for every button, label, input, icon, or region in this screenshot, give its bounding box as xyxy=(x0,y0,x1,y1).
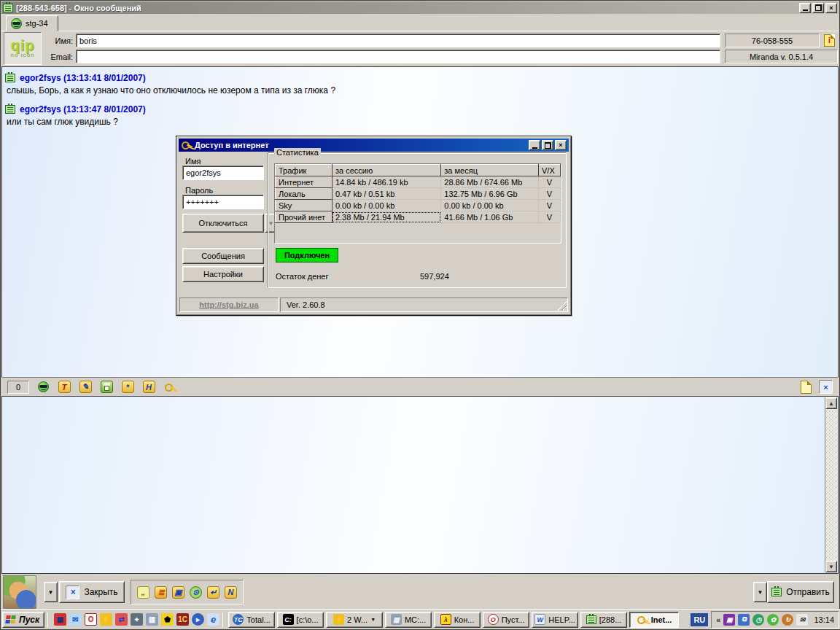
quicklaunch-mail-icon[interactable]: ✉ xyxy=(69,613,82,626)
quicklaunch-1c-icon[interactable]: 1С xyxy=(176,613,189,626)
history-button[interactable]: H xyxy=(141,380,156,394)
password-label: Пароль xyxy=(185,186,213,195)
session-value: 0.47 kb / 0.51 kb xyxy=(332,188,440,200)
special-chars-button[interactable]: * xyxy=(120,380,135,394)
taskbar-button-inet[interactable]: Inet... xyxy=(629,612,679,628)
message-text: или ты сам глюк увидишь ? xyxy=(5,116,835,131)
quicklaunch-ie-icon[interactable]: e xyxy=(207,613,219,626)
taskbar-button-total[interactable]: TC Total... xyxy=(228,612,275,628)
restore-button[interactable] xyxy=(812,3,824,13)
tray-update-icon[interactable]: ↻ xyxy=(782,614,793,626)
quicklaunch-telescope-icon[interactable]: ⌖ xyxy=(131,613,143,626)
send-icon xyxy=(771,588,782,596)
scrollbar[interactable]: ▲ ▼ xyxy=(825,397,837,572)
taskbar-button-mc[interactable]: ▥ MC:... xyxy=(385,612,432,628)
tray-network-icon[interactable]: ⧉ xyxy=(738,614,750,626)
quicklaunch-opera-icon[interactable]: O xyxy=(85,613,97,626)
vx-toggle[interactable]: V xyxy=(539,211,561,223)
settings-button[interactable]: Настройки xyxy=(182,266,264,282)
info-icon[interactable]: i xyxy=(824,34,835,47)
font-icon: T xyxy=(58,381,71,393)
qip-logo: qip xyxy=(11,39,35,52)
taskbar-button-winamp-group[interactable]: ⚡ 2 W... ▼ xyxy=(326,612,383,628)
login-label: Имя xyxy=(185,157,201,166)
notes-icon[interactable]: N xyxy=(225,586,237,599)
language-indicator[interactable]: RU xyxy=(691,613,708,626)
name-field[interactable] xyxy=(76,34,720,47)
insert-icon[interactable]: ▣ xyxy=(172,586,184,599)
traffic-table: Трафик за сессию за месяц V/X Интернет 1… xyxy=(275,164,561,223)
taskbar-button-messages[interactable]: [288... xyxy=(580,612,627,628)
taskbar-button-cmd[interactable]: C: [c:\o... xyxy=(277,612,324,628)
disconnect-button[interactable]: Отключиться xyxy=(182,214,264,233)
quote-icon[interactable]: „ xyxy=(137,586,149,599)
return-icon[interactable]: ↵ xyxy=(207,586,219,599)
quicklaunch-remote-icon[interactable]: ▥ xyxy=(146,613,158,626)
scroll-up-button[interactable]: ▲ xyxy=(825,397,837,409)
internet-access-dialog: Доступ в интернет × Имя Пароль Отключить… xyxy=(176,136,572,316)
col-header-traffic[interactable]: Трафик xyxy=(276,165,332,176)
col-header-month[interactable]: за месяц xyxy=(441,165,539,176)
tray-chevron-icon[interactable]: « xyxy=(716,615,720,624)
message-input[interactable]: ▲ ▼ xyxy=(1,396,839,574)
col-header-session[interactable]: за сессию xyxy=(332,165,440,176)
font-button[interactable]: T xyxy=(57,380,71,394)
close-options-arrow[interactable]: ▼ xyxy=(44,582,58,602)
password-field[interactable] xyxy=(182,195,264,209)
close-chat-button[interactable]: × Закрыть xyxy=(59,581,125,603)
main-window-titlebar[interactable]: [288-543-658] - Окно сообщений × xyxy=(1,1,839,14)
chat-message: egor2fsys (13:13:47 8/01/2007) или ты са… xyxy=(5,103,835,131)
vx-toggle[interactable]: V xyxy=(539,200,561,211)
quicklaunch-batman-icon[interactable]: ⬟ xyxy=(161,613,174,626)
tools-icon[interactable]: ⚙ xyxy=(190,586,202,599)
close-tab-icon[interactable]: × xyxy=(819,380,833,394)
row-label: Sky xyxy=(276,200,332,211)
scroll-down-button[interactable]: ▼ xyxy=(825,561,837,572)
dialog-minimize-button[interactable] xyxy=(529,140,540,150)
name-label: Имя: xyxy=(44,36,73,45)
login-field[interactable] xyxy=(182,166,264,180)
tab-stg-34[interactable]: stg-34 xyxy=(6,15,58,31)
quicklaunch-mediaplayer-icon[interactable]: ▸ xyxy=(192,613,204,626)
tray-qip-icon[interactable]: ▣ xyxy=(723,614,735,626)
vx-toggle[interactable]: V xyxy=(539,176,561,188)
taskbar-button-word[interactable]: W HELP... xyxy=(532,612,578,628)
messages-button[interactable]: Сообщения xyxy=(182,248,264,264)
vx-toggle[interactable]: V xyxy=(539,188,561,200)
taskbar-button-opera[interactable]: O Пуст... xyxy=(483,612,529,628)
message-icon xyxy=(5,105,15,114)
quicklaunch-save-icon[interactable]: ▦ xyxy=(54,613,66,626)
tray-mail-icon[interactable]: ✉ xyxy=(796,614,808,626)
computer-icon: ▥ xyxy=(391,614,402,625)
start-button[interactable]: Пуск xyxy=(2,612,44,628)
keys-icon xyxy=(164,383,176,392)
stg-link[interactable]: http://stg.biz.ua xyxy=(179,298,279,312)
quicklaunch-winamp-icon[interactable]: ⚡ xyxy=(100,613,112,626)
dialog-close-button[interactable]: × xyxy=(555,140,567,150)
own-avatar-image[interactable] xyxy=(3,575,36,609)
save-button[interactable] xyxy=(99,380,114,394)
access-button[interactable] xyxy=(163,380,177,394)
quicklaunch-sync-icon[interactable]: ⇄ xyxy=(115,613,128,626)
smileys-button[interactable] xyxy=(36,380,50,394)
chat-message: egor2fsys (13:13:41 8/01/2007) слышь, Бо… xyxy=(5,71,835,100)
new-message-icon[interactable] xyxy=(801,381,812,394)
tray-icq-flower-icon[interactable]: ✿ xyxy=(767,614,779,626)
send-button[interactable]: Отправить xyxy=(767,581,834,603)
close-button[interactable]: × xyxy=(825,3,837,13)
col-header-vx[interactable]: V/X xyxy=(539,165,561,176)
session-value: 0.00 kb / 0.00 kb xyxy=(332,200,440,211)
email-field[interactable] xyxy=(76,50,720,63)
dialog-titlebar[interactable]: Доступ в интернет × xyxy=(179,139,569,152)
taskbar-button-console[interactable]: λ Кон... xyxy=(434,612,481,628)
color-button[interactable]: ✎ xyxy=(78,380,93,394)
dialog-maximize-button[interactable] xyxy=(542,140,553,150)
taskbar-clock: 13:14 xyxy=(814,615,834,624)
tray-clock-icon[interactable]: ◷ xyxy=(752,614,764,626)
send-options-arrow[interactable]: ▼ xyxy=(753,582,767,602)
template-icon[interactable]: ≣ xyxy=(155,586,167,599)
close-x-icon: × xyxy=(66,586,79,599)
minimize-button[interactable] xyxy=(799,3,811,13)
version-label: Ver. 2.60.8 xyxy=(280,298,568,312)
message-header: egor2fsys (13:13:47 8/01/2007) xyxy=(20,104,146,114)
